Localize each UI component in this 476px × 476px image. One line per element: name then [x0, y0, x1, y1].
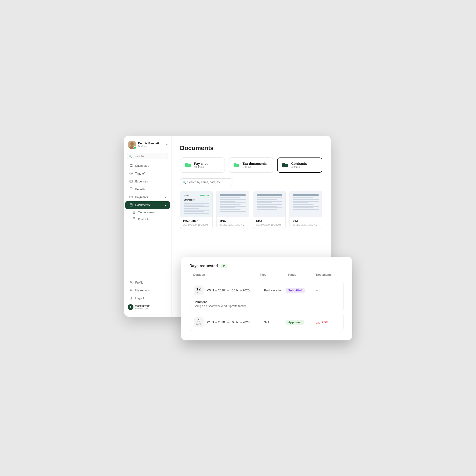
doc-card-offer-letter[interactable]: Klarna. ● OYSTER Offer letter [180, 191, 213, 229]
doc-name-msa: MSA [220, 220, 246, 223]
days-label-2: DAYS [196, 323, 202, 325]
doc-info-piia: PIIA 05 July 2020, 10:20 AM [290, 217, 322, 229]
col-header-type: Type [260, 273, 288, 276]
expenses-icon [129, 180, 133, 184]
doc-preview-msa [217, 191, 249, 217]
date-range-2: 01 Nov 2020 → 03 Nov 2020 [207, 321, 262, 324]
svg-point-12 [130, 281, 132, 283]
days-number-1: 12 [197, 287, 201, 291]
documents-chevron-icon: ▾ [165, 204, 166, 206]
sidebar-item-expenses[interactable]: Expenses [125, 178, 170, 186]
offer-preview-content: Klarna. ● OYSTER Offer letter [182, 193, 211, 215]
user-company: Dunkery [138, 145, 164, 148]
doc-line [293, 209, 319, 210]
doc-card-nda[interactable]: NDA 05 July 2020, 10:20 AM [253, 191, 286, 229]
folder-name-contracts: Contracts [291, 162, 307, 166]
row-main-1: 12 DAYS 05 Nov 2020 → 16 Nov 2020 Paid v… [194, 286, 340, 295]
doc-name-offer: Offer letter [183, 220, 210, 223]
days-label-1: DAYS [196, 291, 202, 293]
page-title: Documents [180, 144, 322, 152]
tax-doc-icon [133, 211, 136, 214]
doc-line [293, 199, 319, 200]
doc-line [220, 203, 246, 204]
time-off-row-1[interactable]: 12 DAYS 05 Nov 2020 → 16 Nov 2020 Paid v… [190, 282, 344, 311]
time-off-row-2[interactable]: 3 DAYS 01 Nov 2020 → 03 Nov 2020 Sick Ap… [190, 314, 344, 331]
sidebar-label-tax-documents: Tax documents [138, 211, 156, 214]
sidebar-label-dashboard: Dashboard [135, 164, 149, 168]
folder-card-contracts[interactable]: Contracts 4 items [277, 157, 322, 173]
status-badge-2: Approved [286, 320, 314, 325]
days-header: Days requested 2 [190, 264, 344, 268]
svg-rect-10 [133, 211, 135, 213]
sidebar-item-benefits[interactable]: Benefits [125, 186, 170, 193]
doc-info-nda: NDA 05 July 2020, 10:20 AM [253, 217, 286, 229]
doc-card-piia[interactable]: PIIA 05 July 2020, 10:20 AM [289, 191, 322, 229]
date-from-2: 01 Nov 2020 [207, 321, 225, 324]
doc-search-input[interactable] [180, 178, 232, 186]
footer-release: Release 1.03 [135, 307, 150, 309]
doc-name-piia: PIIA [293, 220, 319, 223]
folder-cards: Pay slips 18 items Tax documents 5 items [180, 157, 322, 173]
comment-label-1: Comment [194, 300, 340, 304]
sidebar-item-contracts[interactable]: Contracts [124, 216, 171, 222]
folder-card-payslips[interactable]: Pay slips 18 items [180, 157, 225, 173]
doc-preview-offer: Klarna. ● OYSTER Offer letter [180, 191, 213, 217]
doc-line [257, 194, 282, 196]
payments-chevron-icon: ▾ [165, 196, 166, 199]
doc-line [220, 207, 236, 208]
doc-search: 🔍 [180, 178, 322, 186]
doc-line [257, 199, 277, 200]
nda-preview-content [255, 193, 284, 215]
doc-line [220, 197, 240, 198]
doc-line [293, 201, 319, 202]
sidebar-item-settings[interactable]: My settings [125, 287, 170, 294]
arrow-icon-1: → [227, 289, 230, 292]
status-approved-badge: Approved [286, 320, 305, 325]
folder-icon-tax [233, 162, 240, 169]
sidebar-label-profile: Profile [135, 281, 143, 284]
sidebar-label-benefits: Benefits [135, 188, 146, 191]
sidebar-item-documents[interactable]: Documents ▾ [125, 201, 170, 209]
folder-icon-payslips [185, 162, 191, 169]
sidebar-user[interactable]: Dennis Bennett Dunkery ▾ [124, 141, 171, 153]
sidebar-item-dashboard[interactable]: Dashboard [125, 162, 170, 170]
pdf-link-2[interactable]: PDF PDF [316, 320, 340, 325]
search-input[interactable] [127, 153, 169, 159]
sidebar-item-timeoff[interactable]: Time off [125, 170, 170, 178]
sidebar-item-logout[interactable]: Logout [125, 294, 170, 302]
folder-info-tax: Tax documents 5 items [243, 162, 267, 169]
user-name: Dennis Bennett [138, 142, 164, 145]
svg-rect-5 [130, 166, 131, 167]
doc-line [184, 204, 204, 205]
doc-date-nda: 05 July 2020, 10:20 AM [256, 224, 283, 226]
doc-preview-nda [253, 191, 286, 217]
sidebar-label-payments: Payments [135, 196, 148, 199]
days-requested-title: Days requested [190, 264, 218, 268]
sidebar-label-expenses: Expenses [135, 180, 148, 183]
type-text-1: Paid vacation [264, 289, 284, 292]
doc-line [257, 197, 282, 198]
doc-line [184, 210, 209, 210]
doc-line [257, 207, 282, 208]
svg-rect-8 [130, 196, 133, 198]
doc-line [293, 197, 314, 198]
sidebar-item-payments[interactable]: Payments ▾ [125, 193, 170, 201]
days-number-2: 3 [197, 319, 200, 323]
comment-section-1: Comment Going on a short weekend trip wi… [194, 298, 340, 308]
profile-icon [129, 281, 133, 285]
payments-icon [129, 195, 133, 199]
days-count-badge: 2 [221, 264, 227, 268]
folder-name-tax: Tax documents [243, 162, 267, 166]
doc-line [220, 201, 236, 202]
doc-line [220, 194, 246, 196]
folder-count-payslips: 18 items [194, 166, 209, 169]
folder-card-tax[interactable]: Tax documents 5 items [229, 157, 273, 173]
date-range-1: 05 Nov 2020 → 16 Nov 2020 [207, 289, 262, 292]
sidebar-item-profile[interactable]: Profile [125, 279, 170, 287]
sidebar-label-documents: Documents [135, 204, 150, 207]
folder-name-payslips: Pay slips [194, 162, 209, 166]
doc-card-msa[interactable]: MSA 05 July 2020, 10:20 AM [217, 191, 249, 229]
svg-rect-4 [131, 164, 133, 165]
doc-preview-piia [290, 191, 322, 217]
sidebar-item-tax-documents[interactable]: Tax documents [124, 209, 171, 216]
